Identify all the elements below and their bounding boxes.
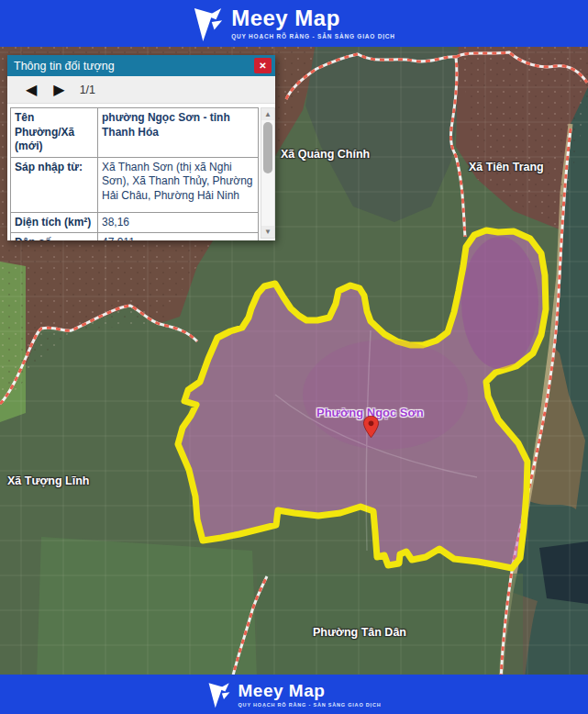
close-icon[interactable]: ✕ bbox=[254, 58, 272, 73]
brand-tagline: QUY HOẠCH RÕ RÀNG - SẴN SÀNG GIAO DỊCH bbox=[231, 33, 395, 39]
row-label: Sáp nhập từ: bbox=[11, 157, 98, 212]
table-row: Tên Phường/Xã (mới) phường Ngọc Sơn - tỉ… bbox=[11, 108, 259, 158]
meey-map-logo-icon bbox=[193, 6, 224, 42]
table-row: Sáp nhập từ: Xã Thanh Sơn (thị xã Nghi S… bbox=[11, 157, 259, 212]
brand-name: Meey Map bbox=[231, 7, 395, 29]
object-info-table: Tên Phường/Xã (mới) phường Ngọc Sơn - tỉ… bbox=[10, 107, 259, 240]
popup-body: Tên Phường/Xã (mới) phường Ngọc Sơn - tỉ… bbox=[7, 104, 275, 240]
brand-tagline: QUY HOẠCH RÕ RÀNG - SẴN SÀNG GIAO DỊCH bbox=[239, 702, 382, 708]
app-footer: Meey Map QUY HOẠCH RÕ RÀNG - SẴN SÀNG GI… bbox=[0, 675, 588, 714]
row-label: Tên Phường/Xã (mới) bbox=[11, 108, 98, 158]
map-pin[interactable] bbox=[363, 416, 379, 439]
table-row: Diện tích (km²) 38,16 bbox=[11, 212, 259, 233]
scroll-up-icon[interactable]: ▲ bbox=[261, 108, 274, 120]
row-label: Diện tích (km²) bbox=[11, 212, 98, 233]
row-value: 38,16 bbox=[98, 212, 259, 233]
row-label: Dân số (người) bbox=[11, 233, 98, 240]
scrollbar-thumb[interactable] bbox=[263, 122, 272, 173]
brand-name: Meey Map bbox=[239, 682, 382, 699]
table-row: Dân số (người) 47.911 bbox=[11, 233, 259, 240]
scroll-down-icon[interactable]: ▼ bbox=[261, 226, 274, 238]
row-value: phường Ngọc Sơn - tỉnh Thanh Hóa bbox=[98, 108, 259, 158]
pagination-counter: 1/1 bbox=[80, 84, 95, 96]
app-header: Meey Map QUY HOẠCH RÕ RÀNG - SẴN SÀNG GI… bbox=[0, 0, 588, 47]
row-value: 47.911 bbox=[98, 233, 259, 240]
popup-titlebar: Thông tin đối tượng ✕ bbox=[7, 55, 275, 76]
next-page-icon[interactable]: ▶ bbox=[50, 81, 68, 99]
popup-title: Thông tin đối tượng bbox=[14, 60, 115, 73]
object-info-popup: Thông tin đối tượng ✕ ◀ ▶ 1/1 Tên Phường… bbox=[7, 55, 275, 240]
popup-pagination-bar: ◀ ▶ 1/1 bbox=[7, 76, 275, 104]
prev-page-icon[interactable]: ◀ bbox=[22, 81, 40, 99]
row-value: Xã Thanh Sơn (thị xã Nghi Sơn), Xã Thanh… bbox=[98, 157, 259, 212]
table-scrollbar[interactable]: ▲ ▼ bbox=[261, 107, 275, 239]
meey-map-logo-icon bbox=[207, 681, 231, 708]
